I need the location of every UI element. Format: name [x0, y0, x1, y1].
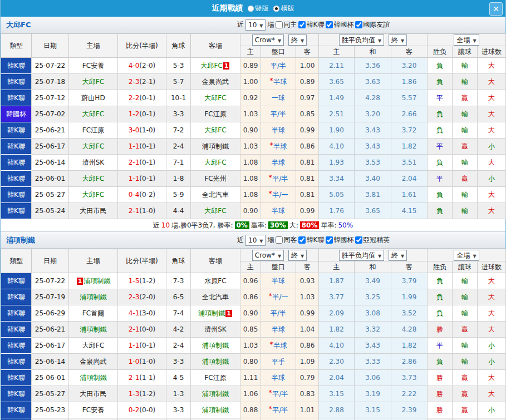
avg-time-select[interactable]: 終 — [389, 250, 407, 261]
cell-league: 韓K聯 — [1, 74, 32, 90]
cell-result: 勝 — [428, 386, 453, 402]
cell-avg-home: 1.76 — [319, 203, 355, 219]
avg-time-select[interactable]: 終 — [389, 34, 407, 46]
cell-away-team: FC光州 — [191, 418, 240, 420]
cell-avg-draw: 3.43 — [355, 139, 391, 155]
cell-result: 負 — [428, 106, 453, 122]
cell-away-team: 全北汽車 — [191, 187, 240, 203]
filter-checkbox-0-1[interactable] — [298, 21, 306, 28]
col-date: 日期 — [32, 249, 69, 273]
recent-count-select[interactable]: 10 — [245, 235, 266, 246]
cell-avg-draw: 3.20 — [355, 106, 391, 122]
radio-icon-vertical[interactable] — [248, 6, 254, 12]
cell-avg-home: 1.93 — [319, 155, 355, 171]
filter-option-0-2[interactable]: 韓國杯 — [326, 20, 353, 29]
cell-avg-draw: 3.43 — [355, 122, 391, 139]
filter-checkbox-1-3[interactable] — [355, 236, 362, 244]
cell-date: 25-05-24 — [32, 203, 69, 219]
table-row: 韓K聯25-06-17大邱FC1-1(0-1)2-4浦項制鐵1.03*半球0.8… — [1, 139, 506, 155]
star-mark: * — [270, 77, 273, 85]
close-icon: ✕ — [493, 4, 499, 13]
cell-date: 25-06-17 — [32, 338, 69, 354]
layout-radio-horizontal[interactable]: 橫版 — [273, 4, 294, 13]
filter-option-0-3[interactable]: 國際友誼 — [355, 20, 390, 29]
col-odds-away: 客 — [296, 46, 319, 58]
filter-option-1-1[interactable]: 韓K聯 — [298, 235, 324, 245]
cell-handicap-result: 輸 — [453, 187, 478, 203]
cell-date: 25-06-21 — [32, 322, 69, 338]
cell-home-team: 浦項制鐵 — [69, 322, 118, 338]
cell-odds-home: 0.89 — [240, 58, 261, 74]
handicap-rate-label: 贏率: — [251, 221, 267, 230]
layout-radio-vertical[interactable]: 豎版 — [248, 4, 269, 13]
cell-avg-draw: 4.28 — [355, 90, 391, 106]
cell-home-team: 濟州SK — [69, 155, 118, 171]
cell-handicap: *半球 — [261, 139, 296, 155]
cell-avg-draw: 3.25 — [355, 289, 391, 305]
cell-odds-away: 0.86 — [296, 139, 319, 155]
odds-source-select[interactable]: Crow* — [252, 34, 284, 46]
cell-home-team: FC安養 — [69, 402, 118, 418]
cell-avg-draw: 3.32 — [355, 322, 391, 338]
filter-checkbox-0-0[interactable] — [276, 21, 283, 28]
filter-option-1-3[interactable]: 亞冠精英 — [355, 235, 390, 245]
filter-checkbox-1-2[interactable] — [326, 236, 333, 244]
avg-odds-select[interactable]: 胜平负均值 — [339, 34, 384, 46]
cell-avg-home: 2.51 — [319, 106, 355, 122]
recent-count-select[interactable]: 10 — [245, 19, 266, 31]
cell-corners: 3-3 — [166, 354, 191, 370]
filter-checkbox-1-1[interactable] — [298, 236, 306, 244]
cell-avg-away: 2.82 — [391, 418, 428, 420]
radio-label-vertical: 豎版 — [256, 4, 269, 13]
col-avg-draw: 和 — [355, 261, 391, 273]
cell-goals-result: 小 — [478, 171, 506, 187]
cell-odds-away: 0.99 — [296, 305, 319, 322]
filter-checkbox-1-0[interactable] — [276, 236, 283, 244]
cell-home-team: 蔚山HD — [69, 90, 118, 106]
cell-goals-result: 大 — [478, 58, 506, 74]
cell-corners: 3-3 — [166, 402, 191, 418]
filter-option-1-0[interactable]: 同客 — [276, 235, 297, 245]
cell-corners: 2-4 — [166, 338, 191, 354]
radio-icon-horizontal[interactable] — [273, 6, 279, 12]
cell-corners: 2-4 — [166, 139, 191, 155]
cell-result: 平 — [428, 90, 453, 106]
cell-league: 韓K聯 — [1, 155, 32, 171]
cell-date: 25-07-19 — [32, 289, 69, 305]
cell-score: 1-1(0-1) — [118, 338, 166, 354]
cell-handicap-result: 輸 — [453, 203, 478, 219]
fullgame-select[interactable]: 全場 — [454, 34, 479, 46]
cell-result: 負 — [428, 155, 453, 171]
odds-time-select[interactable]: 終 — [288, 34, 307, 46]
filter-checkbox-0-2[interactable] — [326, 21, 333, 28]
cell-home-team: 大邱FC — [69, 74, 118, 90]
filter-option-0-1[interactable]: 韓K聯 — [298, 20, 324, 29]
cell-handicap-result: 贏 — [453, 402, 478, 418]
avg-odds-select[interactable]: 胜平负均值 — [339, 250, 384, 261]
filter-option-1-2[interactable]: 韓國杯 — [326, 235, 353, 245]
title-bar: 近期戰績 豎版 橫版 ✕ — [1, 0, 505, 17]
cell-avg-away: 3.73 — [391, 370, 428, 386]
col-goals: 进球数 — [478, 46, 506, 58]
filter-option-0-0[interactable]: 同主 — [276, 20, 297, 29]
fullgame-select[interactable]: 全場 — [454, 250, 479, 261]
cell-avg-away: 2.04 — [391, 171, 428, 187]
cell-odds-home: 0.96 — [240, 273, 261, 289]
cell-avg-draw: 3.49 — [355, 273, 391, 289]
filter-checkbox-0-3[interactable] — [355, 21, 362, 28]
cell-corners: 7-3 — [166, 273, 191, 289]
cell-avg-draw: 3.65 — [355, 203, 391, 219]
cell-result: 負 — [428, 122, 453, 139]
cell-date: 25-06-17 — [32, 139, 69, 155]
cell-league: 韓K聯 — [1, 386, 32, 402]
cell-avg-draw: 3.53 — [355, 155, 391, 171]
close-button[interactable]: ✕ — [489, 2, 503, 16]
col-score: 比分(半場) — [118, 34, 166, 58]
odds-time-select[interactable]: 終 — [288, 250, 307, 261]
odds-source-select[interactable]: Crow* — [252, 250, 284, 261]
cell-handicap-result: 輸 — [453, 155, 478, 171]
cell-avg-away: 2.22 — [391, 386, 428, 402]
cell-handicap-result: 贏 — [453, 90, 478, 106]
cell-league: 韓K聯 — [1, 418, 32, 420]
cell-corners: 4-5 — [166, 370, 191, 386]
